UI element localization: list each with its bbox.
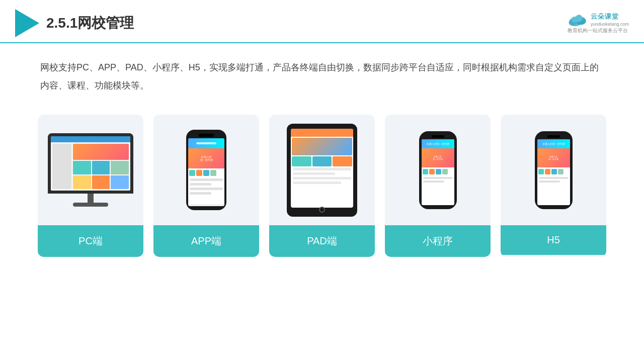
- page-title: 2.5.1网校管理: [46, 14, 134, 33]
- brand-icon: 云朵课堂 yunduoketang.com: [567, 12, 629, 28]
- phone-miniprogram-icon: 职通人的第一堂判课 职通人的第一堂判课: [419, 131, 457, 209]
- card-miniprogram-label: 小程序: [385, 225, 491, 257]
- card-pad-label: PAD端: [269, 225, 375, 257]
- card-miniprogram-image: 职通人的第一堂判课 职通人的第一堂判课: [385, 115, 491, 225]
- brand-name: 云朵课堂: [591, 12, 629, 21]
- card-miniprogram: 职通人的第一堂判课 职通人的第一堂判课: [385, 115, 491, 257]
- card-pad: PAD端: [269, 115, 375, 257]
- card-pc-image: [38, 115, 143, 225]
- brand-logo: 云朵课堂 yunduoketang.com 教育机构一站式服务云平台: [567, 12, 629, 35]
- phone-app-icon: 职通人的第一堂判课: [186, 130, 226, 210]
- phone-h5-icon: 职通人的第一堂判课 职通人的第一堂判课: [535, 131, 573, 209]
- card-app-label: APP端: [153, 225, 259, 257]
- brand-romanized: yunduoketang.com: [591, 21, 629, 28]
- header-left: 2.5.1网校管理: [15, 9, 134, 37]
- card-pad-image: [269, 115, 375, 225]
- card-h5-image: 职通人的第一堂判课 职通人的第一堂判课: [501, 115, 606, 225]
- card-app: 职通人的第一堂判课: [153, 115, 259, 257]
- header-right: 云朵课堂 yunduoketang.com 教育机构一站式服务云平台: [567, 12, 629, 35]
- header: 2.5.1网校管理 云朵课堂 yunduoketang.com 教育机构一站式服…: [0, 0, 644, 43]
- cloud-icon: [567, 13, 589, 27]
- tablet-pad-icon: [287, 124, 357, 217]
- description-text: 网校支持PC、APP、PAD、小程序、H5，实现多端打通，产品各终端自由切换，数…: [0, 43, 644, 100]
- brand-tagline: 教育机构一站式服务云平台: [568, 27, 628, 34]
- card-h5: 职通人的第一堂判课 职通人的第一堂判课: [501, 115, 606, 257]
- card-pc-label: PC端: [38, 225, 143, 257]
- card-pc: PC端: [38, 115, 143, 257]
- svg-point-4: [571, 17, 580, 23]
- logo-triangle-icon: [15, 9, 39, 37]
- card-h5-label: H5: [501, 225, 606, 255]
- pc-monitor-icon: [48, 133, 133, 207]
- cards-container: PC端 职通人的第一堂判课: [0, 100, 644, 272]
- card-app-image: 职通人的第一堂判课: [153, 115, 259, 225]
